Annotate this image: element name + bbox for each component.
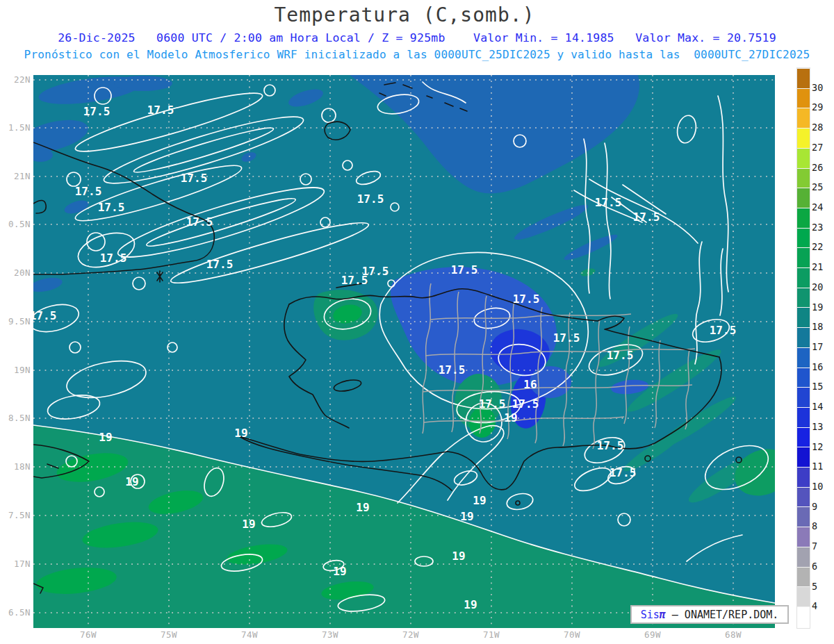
map-plot-area: 17.517.517.517.517.517.517.517.517.517.5…	[33, 75, 775, 628]
colorbar-segment	[797, 88, 810, 108]
colorbar-segment	[797, 467, 810, 487]
lat-tick-label: 9.5N	[0, 316, 31, 327]
contour-label: 17.5	[181, 172, 208, 185]
contour-label: 19	[473, 494, 486, 507]
contour-label: 17.5	[451, 263, 478, 276]
colorbar-tick-label: 18	[812, 321, 833, 332]
credit-app-name: Sis	[641, 609, 660, 621]
colorbar-tick-label: 22	[812, 241, 833, 252]
map-title: Temperatura (C,somb.)	[0, 3, 809, 26]
contour-label: 17.5	[100, 251, 127, 265]
contour-label: 19	[464, 598, 477, 611]
contour-label: 17.5	[357, 192, 384, 206]
colorbar-tick-label: 20	[812, 281, 833, 292]
colorbar-segment	[797, 307, 810, 327]
contour-label: 19	[99, 431, 112, 444]
contour-label: 17.5	[186, 215, 213, 229]
colorbar-segment	[797, 447, 810, 467]
colorbar-segment	[797, 247, 810, 267]
contour-label: 17.5	[513, 292, 540, 306]
lon-tick-label: 69W	[632, 629, 673, 640]
lat-tick-label: 18N	[0, 461, 31, 472]
contour-label: 19	[504, 411, 517, 424]
contour-label: 19	[234, 427, 247, 440]
lon-tick-label: 75W	[148, 629, 190, 640]
contour-label: 17.5	[479, 397, 506, 411]
colorbar-tick-label: 5	[812, 581, 833, 592]
lat-tick-label: 0.5N	[0, 219, 31, 230]
colorbar-segment	[797, 168, 810, 188]
contour-label: 17.5	[147, 104, 174, 117]
colorbar-segment	[797, 427, 810, 447]
contour-label: 17.5	[33, 309, 56, 322]
colorbar-segment	[797, 567, 810, 587]
lon-tick-label: 73W	[309, 629, 351, 640]
colorbar-segment	[797, 606, 810, 627]
contour-label: 17.5	[512, 397, 539, 411]
contour-label: 17.5	[595, 196, 622, 209]
colorbar-segment	[797, 547, 810, 567]
colorbar-segment	[797, 288, 810, 308]
colorbar-segment	[797, 368, 810, 388]
lat-tick-label: 7.5N	[0, 510, 31, 521]
map-canvas: 17.517.517.517.517.517.517.517.517.517.5…	[33, 75, 775, 628]
pi-symbol: π	[660, 609, 666, 621]
weather-map-page: Temperatura (C,somb.) 26-Dic-2025 0600 U…	[0, 0, 834, 644]
colorbar-segment	[797, 527, 810, 547]
colorbar-segment	[797, 506, 810, 527]
lon-tick-label: 71W	[471, 629, 512, 640]
subtitle-model-info: Pronóstico con el Modelo Atmosferico WRF…	[0, 48, 834, 61]
colorbar-tick-label: 19	[812, 302, 833, 313]
colorbar-segment	[797, 407, 810, 427]
lon-tick-label: 76W	[67, 629, 109, 640]
colorbar-tick-label: 10	[812, 481, 833, 492]
colorbar-tick-label: 30	[812, 82, 833, 93]
lat-tick-label: 19N	[0, 365, 31, 376]
credit-org: – ONAMET/REP.DOM.	[666, 609, 779, 621]
colorbar-tick-label: 23	[812, 222, 833, 233]
contour-label: 19	[460, 510, 473, 523]
credit-box: Sisπ – ONAMET/REP.DOM.	[630, 605, 789, 624]
colorbar-tick-label: 27	[812, 142, 833, 153]
colorbar-segment	[797, 108, 810, 128]
lat-tick-label: 1.5N	[0, 122, 31, 133]
colorbar-segment	[797, 208, 810, 228]
contour-label: 17.5	[362, 265, 389, 278]
colorbar-tick-label: 4	[812, 600, 833, 611]
colorbar-segment	[797, 228, 810, 248]
contour-label: 17.5	[98, 201, 125, 214]
temperature-shading	[33, 75, 775, 628]
contour-label: 19	[333, 565, 346, 578]
lon-tick-label: 74W	[229, 629, 270, 640]
contour-label: 17.5	[633, 210, 660, 224]
colorbar-tick-label: 28	[812, 122, 833, 133]
colorbar-tick-label: 6	[812, 561, 833, 572]
contour-label: 17.5	[206, 258, 234, 271]
colorbar-tick-label: 7	[812, 540, 833, 552]
colorbar-segment	[797, 188, 810, 208]
contour-label: 17.5	[607, 349, 634, 362]
colorbar-tick-label: 26	[812, 162, 833, 173]
lat-tick-label: 6.5N	[0, 607, 31, 618]
lat-tick-label: 22N	[0, 74, 31, 85]
lat-tick-label: 8.5N	[0, 413, 31, 424]
contour-label: 17.5	[75, 185, 102, 198]
contour-label: 17.5	[597, 439, 624, 452]
contour-label: 19	[242, 518, 255, 531]
lon-tick-label: 70W	[551, 629, 593, 640]
colorbar-tick-label: 16	[812, 361, 833, 372]
colorbar-tick-label: 12	[812, 441, 833, 452]
colorbar-tick-label: 24	[812, 201, 833, 213]
subtitle-valid-time: 26-Dic-2025 0600 UTC / 2:00 am Hora Loca…	[0, 31, 834, 44]
colorbar-segment	[797, 148, 810, 168]
colorbar-tick-label: 13	[812, 421, 833, 432]
colorbar	[796, 67, 810, 629]
lon-tick-label: 72W	[390, 629, 432, 640]
colorbar-segment	[797, 387, 810, 407]
lon-tick-label: 68W	[712, 629, 754, 640]
colorbar-tick-label: 25	[812, 181, 833, 192]
contour-label: 17.5	[553, 331, 580, 345]
contour-label: 19	[452, 550, 465, 563]
contour-label: 16	[523, 378, 537, 391]
contour-label: 19	[356, 501, 369, 514]
